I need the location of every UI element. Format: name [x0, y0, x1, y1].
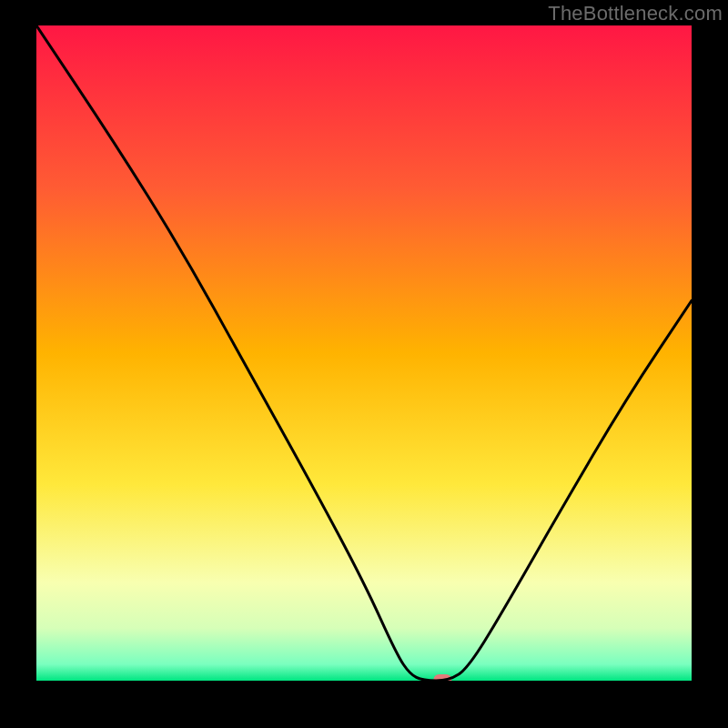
- chart-svg: [36, 25, 692, 681]
- bottleneck-chart: [36, 25, 692, 681]
- watermark-text: TheBottleneck.com: [548, 2, 723, 25]
